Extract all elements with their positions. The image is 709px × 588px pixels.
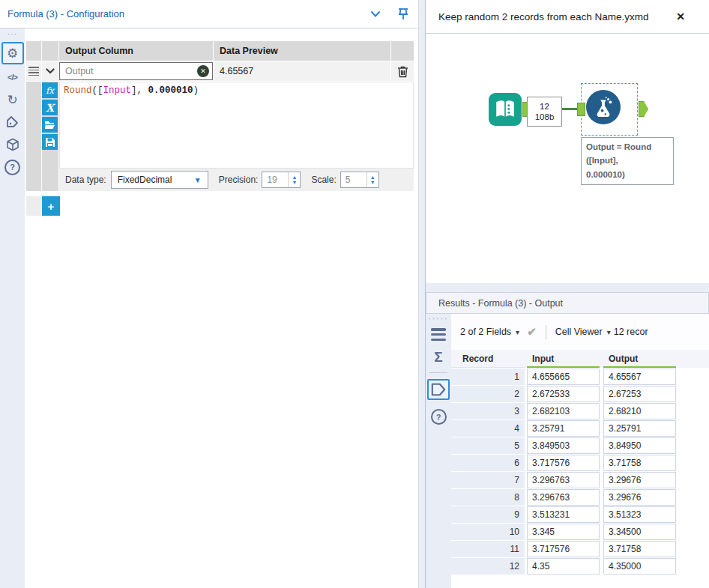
results-title: Results - Formula (3) - Output <box>438 298 563 309</box>
output-cell[interactable]: 3.84950 <box>603 437 676 454</box>
clear-field-icon[interactable]: ✕ <box>197 65 209 77</box>
configuration-sidebar: ··· ⚙ </> ↻ ? <box>0 28 25 588</box>
record-cell[interactable]: 8 <box>451 489 525 506</box>
input-cell[interactable]: 3.345 <box>527 524 600 540</box>
table-row[interactable]: 22.6725332.67253 <box>451 386 709 402</box>
table-row[interactable]: 113.7175763.71758 <box>451 541 709 557</box>
record-cell[interactable]: 10 <box>451 524 525 540</box>
table-row[interactable]: 14.6556654.65567 <box>451 369 709 385</box>
input-cell[interactable]: 2.672533 <box>527 386 600 402</box>
output-column-header[interactable]: Output <box>603 350 676 368</box>
functions-button[interactable]: fx <box>42 82 58 98</box>
record-cell[interactable]: 1 <box>451 369 525 385</box>
text-input-tool[interactable] <box>489 93 522 126</box>
results-help-button[interactable]: ? <box>431 409 447 425</box>
record-cell[interactable]: 5 <box>451 437 525 454</box>
panel-splitter-vertical[interactable] <box>418 0 426 588</box>
collapse-chevron-icon[interactable] <box>370 10 381 18</box>
record-cell[interactable]: 2 <box>451 386 525 402</box>
formula-expression-editor[interactable]: Round([Input], 0.000010) <box>59 82 414 169</box>
panel-splitter-horizontal[interactable] <box>426 283 709 292</box>
record-cell[interactable]: 9 <box>451 506 525 523</box>
output-anchor-button[interactable] <box>427 379 450 400</box>
output-cell[interactable]: 2.67253 <box>603 386 676 402</box>
sidebar-item-help[interactable]: ? <box>3 157 22 177</box>
open-folder-icon <box>44 120 55 130</box>
connection-progress-label[interactable]: 12 108b <box>527 97 562 127</box>
precision-stepper[interactable]: 19 ▲ ▼ <box>262 172 301 188</box>
record-cell[interactable]: 3 <box>451 403 525 419</box>
sidebar-item-annotation[interactable] <box>3 112 22 132</box>
variables-button[interactable]: X <box>42 100 58 115</box>
record-cell[interactable]: 12 <box>451 558 525 575</box>
workflow-canvas[interactable]: 12 108b Output = Round ([Input], 0.00001… <box>426 34 709 283</box>
table-row[interactable]: 83.2967633.29676 <box>451 489 709 506</box>
input-cell[interactable]: 3.25791 <box>527 420 600 437</box>
sidebar-item-configuration[interactable]: ⚙ <box>1 42 24 64</box>
expand-column-header <box>42 41 58 61</box>
open-expression-button[interactable] <box>42 117 58 133</box>
data-type-dropdown[interactable]: FixedDecimal ▼ <box>111 171 208 189</box>
output-cell[interactable]: 4.65567 <box>603 369 676 385</box>
table-row[interactable]: 63.7175763.71758 <box>451 455 709 471</box>
metadata-view-button[interactable] <box>431 328 446 341</box>
table-row[interactable]: 93.5132313.51323 <box>451 506 709 523</box>
pin-icon[interactable] <box>397 7 409 20</box>
record-count-label: 12 recor <box>614 327 648 337</box>
add-expression-button[interactable]: + <box>42 196 60 216</box>
scale-stepper[interactable]: 5 ▲ ▼ <box>340 172 379 188</box>
drag-handle[interactable] <box>26 61 41 81</box>
input-cell[interactable]: 4.655665 <box>527 369 600 385</box>
formula-tool[interactable] <box>586 90 621 124</box>
formula-input-anchor[interactable] <box>577 103 585 116</box>
sidebar-item-run[interactable]: ↻ <box>3 90 22 109</box>
apply-check-icon[interactable]: ✔ <box>527 325 537 339</box>
formula-output-anchor[interactable] <box>639 101 648 117</box>
record-cell[interactable]: 4 <box>451 420 525 437</box>
table-row[interactable]: 124.354.35000 <box>451 558 709 575</box>
output-cell[interactable]: 3.25791 <box>603 420 676 437</box>
input-column-header[interactable]: Input <box>527 350 600 368</box>
output-cell[interactable]: 3.34500 <box>603 524 676 540</box>
sidebar-item-code[interactable]: </> <box>3 67 22 87</box>
tool-annotation[interactable]: Output = Round ([Input], 0.000010) <box>581 137 674 185</box>
input-anchor-button[interactable]: Σ <box>434 350 442 365</box>
output-cell[interactable]: 3.51323 <box>603 506 676 523</box>
table-row[interactable]: 53.8495033.84950 <box>451 437 709 454</box>
cell-viewer-dropdown[interactable]: Cell Viewer ▾ <box>555 327 611 337</box>
input-cell[interactable]: 2.682103 <box>527 403 600 419</box>
output-cell[interactable]: 4.35000 <box>603 558 676 575</box>
output-cell[interactable]: 2.68210 <box>603 403 676 419</box>
results-grip-icon[interactable]: ····· <box>429 316 449 324</box>
record-cell[interactable]: 6 <box>451 455 525 471</box>
output-cell[interactable]: 3.71758 <box>603 541 676 557</box>
table-row[interactable]: 73.2967633.29676 <box>451 472 709 488</box>
input-cell[interactable]: 3.296763 <box>527 489 600 506</box>
table-row[interactable]: 103.3453.34500 <box>451 524 709 540</box>
input-cell[interactable]: 3.717576 <box>527 455 600 471</box>
record-cell[interactable]: 11 <box>451 541 525 557</box>
output-column-input[interactable]: Output ✕ <box>59 62 213 80</box>
workflow-tab[interactable]: Keep random 2 records from each Name.yxm… <box>426 0 709 34</box>
output-cell[interactable]: 3.29676 <box>603 472 676 488</box>
input-cell[interactable]: 3.296763 <box>527 472 600 488</box>
fields-dropdown[interactable]: 2 of 2 Fields ▾ <box>460 327 519 337</box>
output-cell[interactable]: 3.71758 <box>603 455 676 471</box>
input-cell[interactable]: 3.513231 <box>527 506 600 523</box>
sidebar-grip-icon[interactable]: ··· <box>7 31 17 39</box>
save-expression-button[interactable] <box>42 134 58 150</box>
table-row[interactable]: 32.6821032.68210 <box>451 403 709 419</box>
sidebar-item-package[interactable] <box>3 135 22 154</box>
delete-expression-button[interactable] <box>391 61 414 81</box>
input-cell[interactable]: 3.717576 <box>527 541 600 557</box>
output-cell[interactable]: 3.29676 <box>603 489 676 506</box>
record-cell[interactable]: 7 <box>451 472 525 488</box>
close-tab-icon[interactable]: ✕ <box>676 10 685 22</box>
stepper-arrows[interactable]: ▲ ▼ <box>288 172 300 187</box>
input-cell[interactable]: 4.35 <box>527 558 600 575</box>
input-cell[interactable]: 3.849503 <box>527 437 600 454</box>
stepper-arrows[interactable]: ▲ ▼ <box>366 172 378 187</box>
record-column-header[interactable]: Record <box>451 350 525 368</box>
collapse-expression-button[interactable] <box>42 61 58 81</box>
table-row[interactable]: 43.257913.25791 <box>451 420 709 437</box>
